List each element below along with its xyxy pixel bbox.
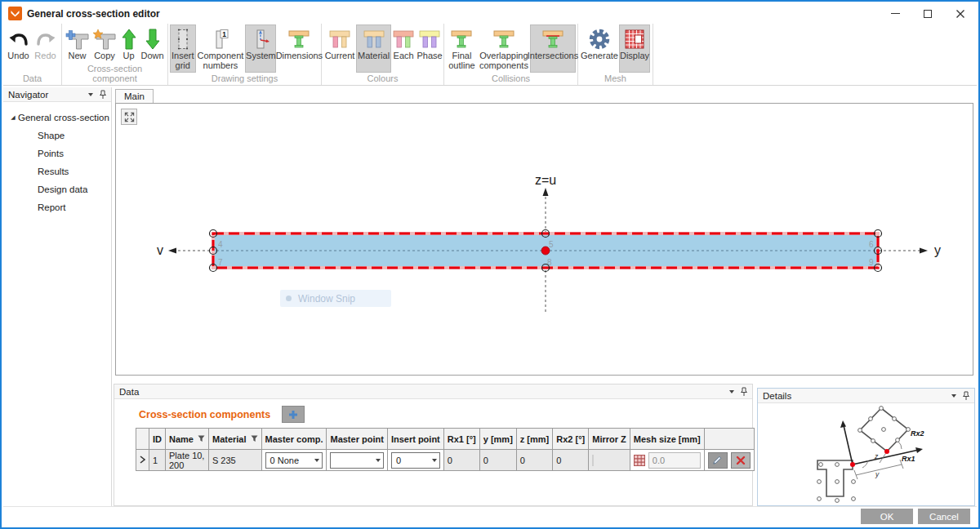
display-mesh-button[interactable]: Display	[619, 24, 650, 73]
dropdown-caret-icon	[432, 459, 437, 462]
col-name[interactable]: Name	[166, 429, 209, 450]
diagram-rx2-label: Rx2	[911, 429, 924, 438]
redo-icon	[35, 27, 56, 51]
redo-button[interactable]: Redo	[32, 24, 59, 73]
cell-material[interactable]: S 235	[208, 450, 261, 471]
details-menu-icon[interactable]	[951, 394, 956, 398]
insert-point-node[interactable]	[541, 247, 550, 255]
pin-icon[interactable]	[100, 90, 106, 100]
down-button[interactable]: Down	[139, 24, 166, 63]
insert-point-dropdown[interactable]: 0	[391, 452, 440, 469]
component-numbers-label: Component numbers	[198, 51, 244, 70]
filter-icon[interactable]	[251, 435, 258, 442]
up-button[interactable]: Up	[118, 24, 139, 63]
tree-expander-icon[interactable]: ◢	[8, 114, 18, 121]
cross-section-drawing: z=u v y 4 5 6 7 8 9	[116, 104, 973, 375]
navigator-menu-icon[interactable]	[88, 93, 93, 96]
master-point-dropdown[interactable]	[330, 452, 383, 469]
delete-row-button[interactable]	[731, 452, 751, 469]
point-label: 4	[218, 240, 223, 249]
cell-rx1[interactable]: 0	[443, 450, 479, 471]
insert-grid-icon	[173, 27, 193, 51]
point-label: 7	[218, 258, 223, 267]
cell-z[interactable]: 0	[516, 450, 552, 471]
master-comp-dropdown[interactable]: 0 None	[265, 452, 323, 469]
insert-grid-button[interactable]: Insert grid	[170, 24, 196, 73]
cell-y[interactable]: 0	[479, 450, 516, 471]
mirror-z-checkbox[interactable]	[592, 455, 594, 466]
ok-button[interactable]: OK	[861, 509, 913, 524]
tab-main[interactable]: Main	[115, 89, 154, 103]
maximize-button[interactable]	[911, 3, 944, 24]
minimize-button[interactable]	[879, 3, 911, 24]
ribbon-group-data-label: Data	[5, 73, 60, 85]
zoom-fit-icon	[124, 112, 135, 122]
tree-item-results[interactable]: Results	[3, 162, 111, 180]
component-numbers-button[interactable]: 1 Component numbers	[196, 24, 246, 73]
data-panel-header: Data	[114, 385, 752, 399]
colours-material-button[interactable]: Material	[356, 24, 391, 73]
col-master-comp[interactable]: Master comp.	[261, 429, 327, 450]
overlapping-components-button[interactable]: Overlapping components	[478, 24, 530, 73]
col-insert-point[interactable]: Insert point	[387, 429, 443, 450]
filter-icon[interactable]	[198, 435, 205, 442]
details-panel-title: Details	[763, 391, 791, 401]
tree-item-shape[interactable]: Shape	[3, 127, 111, 144]
dimensions-button[interactable]: Dimensions	[276, 24, 322, 73]
col-y[interactable]: y [mm]	[479, 429, 516, 450]
ribbon-group-colours-label: Colours	[323, 73, 442, 85]
col-material[interactable]: Material	[208, 429, 261, 450]
col-id[interactable]: ID	[149, 429, 166, 450]
ribbon-group-mesh: Generate Display Mesh	[578, 24, 653, 85]
y-axis-arrow	[920, 248, 928, 254]
new-button[interactable]: New	[64, 24, 91, 63]
undo-icon	[8, 27, 29, 51]
data-panel-title: Data	[119, 387, 139, 397]
mesh-size-input[interactable]: 0.0	[648, 452, 701, 469]
colours-each-button[interactable]: Each	[391, 24, 416, 73]
final-outline-button[interactable]: Final outline	[446, 24, 478, 73]
close-icon	[956, 9, 965, 19]
generate-mesh-button[interactable]: Generate	[580, 24, 619, 73]
mesh-grid-icon[interactable]	[634, 455, 645, 466]
colours-material-icon	[363, 27, 385, 51]
close-button[interactable]	[944, 3, 977, 24]
col-master-point[interactable]: Master point	[327, 429, 387, 450]
data-menu-icon[interactable]	[729, 390, 734, 393]
system-button[interactable]: System	[245, 24, 276, 73]
cancel-button[interactable]: Cancel	[918, 509, 970, 524]
edit-row-button[interactable]	[708, 452, 728, 469]
cell-id[interactable]: 1	[149, 450, 166, 471]
tree-item-general-cross-section[interactable]: ◢ General cross-section	[3, 109, 111, 127]
table-row[interactable]: 1 Plate 10, 200 S 235 0 None 0 0 0 0 0	[136, 450, 755, 471]
col-mirror-z[interactable]: Mirror Z	[589, 429, 630, 450]
col-mesh-size[interactable]: Mesh size [mm]	[630, 429, 704, 450]
cell-rx2[interactable]: 0	[553, 450, 589, 471]
window-title: General cross-section editor	[27, 8, 160, 20]
tree-item-points[interactable]: Points	[3, 144, 111, 162]
intersections-button[interactable]: Intersections	[530, 24, 576, 73]
ribbon-group-collisions-label: Collisions	[446, 73, 576, 85]
col-z[interactable]: z [mm]	[516, 429, 552, 450]
row-selector[interactable]	[136, 450, 149, 471]
drawing-canvas[interactable]: z=u v y 4 5 6 7 8 9	[115, 103, 973, 376]
tree-item-report[interactable]: Report	[3, 198, 111, 216]
zoom-fit-button[interactable]	[121, 109, 137, 125]
tree-item-design-data[interactable]: Design data	[3, 180, 111, 198]
colours-current-button[interactable]: Current	[323, 24, 356, 73]
pin-icon[interactable]	[741, 387, 747, 397]
add-component-button[interactable]	[282, 406, 305, 423]
final-outline-icon	[449, 27, 474, 51]
cell-actions	[704, 450, 754, 471]
copy-button[interactable]: Copy	[91, 24, 118, 63]
undo-button[interactable]: Undo	[5, 24, 32, 73]
copy-label: Copy	[94, 51, 115, 61]
col-rx1[interactable]: Rx1 [°]	[443, 429, 479, 450]
col-rx2[interactable]: Rx2 [°]	[553, 429, 589, 450]
colours-phase-button[interactable]: Phase	[416, 24, 443, 73]
diagram-y-label: y	[875, 470, 880, 478]
component-numbers-icon: 1	[211, 27, 230, 51]
pin-icon[interactable]	[963, 391, 969, 401]
row-arrow-icon	[140, 456, 145, 464]
cell-name[interactable]: Plate 10, 200	[166, 450, 209, 471]
